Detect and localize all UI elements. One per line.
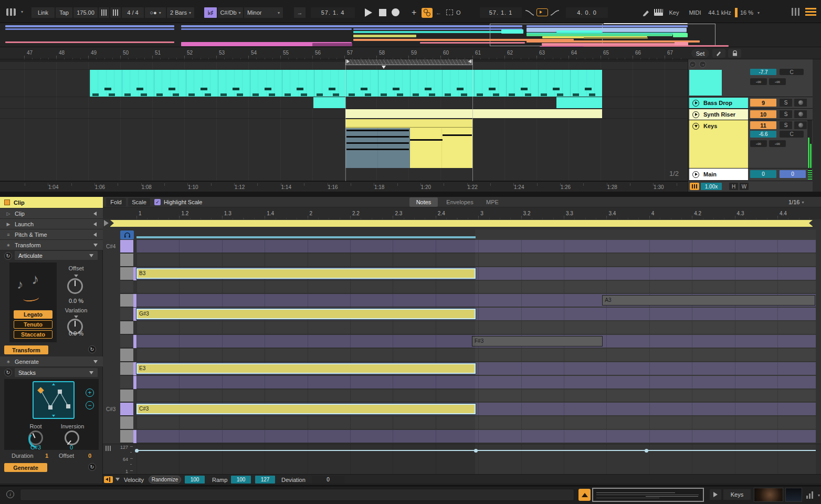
generate-apply-button[interactable]: Generate [4, 463, 47, 472]
overview-clip-segment[interactable] [420, 42, 525, 44]
audio-clip-cyan-small[interactable] [313, 97, 345, 108]
randomize-amount-field[interactable]: 100 [185, 476, 205, 484]
add-voice-button[interactable]: + [86, 388, 94, 397]
overview-clip-segment[interactable] [527, 25, 688, 27]
main-cue-volume[interactable]: 0 [750, 170, 776, 178]
device-thumbnail[interactable] [754, 488, 783, 502]
groove-button[interactable]: ○●▾ [145, 7, 166, 18]
velocity-lane[interactable]: 127641 [103, 444, 821, 474]
collapse-icon[interactable] [93, 233, 97, 237]
loop-length-field[interactable]: 4. 0. 0 [566, 7, 608, 18]
set-locator-button[interactable]: Set [691, 49, 709, 58]
midi-note-F#3[interactable]: F#3 [472, 336, 603, 346]
velocity-marker[interactable] [474, 449, 478, 453]
variation-value[interactable]: 0.0 % [60, 330, 92, 337]
track-number[interactable]: 10 [750, 110, 776, 118]
chevron-down-icon[interactable]: ▾ [818, 493, 820, 498]
stacks-graphic[interactable] [33, 381, 75, 419]
audio-clip-cyan[interactable] [90, 70, 602, 97]
solo-button[interactable]: S [780, 121, 792, 129]
track-pan-field[interactable]: C [780, 131, 804, 138]
track-header-bass-drop[interactable]: Bass Drop [689, 98, 748, 108]
loop-start-field[interactable]: 57. 1. 1 [480, 7, 522, 18]
track-send-a[interactable]: -∞ [750, 78, 767, 85]
piano-key-F3[interactable] [120, 349, 133, 362]
duration-value[interactable]: 1 [45, 453, 48, 459]
gen-offset-value[interactable]: 0 [88, 453, 91, 459]
draw-mode-button[interactable] [641, 8, 651, 17]
stop-button[interactable] [379, 9, 386, 16]
inversion-knob[interactable] [65, 430, 79, 445]
midi-note-selected-B3[interactable]: B3 [136, 268, 476, 279]
time-ruler[interactable]: 1:041:061:081:101:121:141:161:181:201:22… [0, 181, 688, 192]
section-transform[interactable]: ∗Transform [0, 240, 103, 250]
piano-key-B3[interactable] [120, 267, 133, 280]
scale-mode-menu[interactable]: Minor▾ [244, 7, 283, 18]
track-color-swatch[interactable] [689, 70, 722, 96]
piano-key-C#3[interactable] [120, 403, 133, 416]
play-button[interactable] [365, 8, 372, 17]
piano-roll-lane-A#3[interactable] [136, 281, 816, 294]
overview-clip-segment[interactable] [353, 31, 502, 33]
back-to-arrangement-button[interactable]: ← [436, 7, 441, 18]
cpu-load-value[interactable]: 16 %▾ [740, 7, 760, 18]
overview-clip-segment[interactable] [181, 25, 522, 27]
audition-speaker-icon[interactable] [690, 183, 699, 190]
solo-button[interactable]: S [780, 99, 792, 107]
follow-button[interactable]: → [294, 7, 306, 18]
quantize-menu[interactable]: 2 Bars▾ [167, 7, 194, 18]
clip-keys[interactable] [345, 119, 472, 168]
piano-key-A3[interactable] [120, 294, 133, 307]
status-message-strip[interactable] [20, 489, 574, 501]
arrangement-area[interactable] [0, 59, 688, 181]
scrub-strip[interactable] [0, 59, 688, 62]
piano-key-D3[interactable] [120, 390, 133, 403]
computer-midi-keyboard-button[interactable] [654, 9, 663, 16]
piano-roll[interactable]: C#4C#3B3G#3E3C#3F#3A3 [103, 197, 821, 444]
piano-key-C#4[interactable] [120, 240, 133, 253]
piano-key-D#3[interactable] [120, 376, 133, 389]
piano-key-A#3[interactable] [120, 281, 133, 294]
arrangement-loop-brace[interactable] [345, 59, 472, 65]
midi-indicator[interactable]: MIDI [686, 7, 704, 18]
device-title[interactable]: Keys [723, 489, 751, 500]
overview-clip-segment[interactable] [181, 28, 352, 30]
piano-roll-lane-G3[interactable] [136, 321, 816, 334]
overview-clip-segment[interactable] [312, 43, 352, 46]
expand-icon[interactable] [93, 360, 98, 363]
staccato-button[interactable]: Staccato [14, 330, 52, 339]
ramp-to-field[interactable]: 127 [255, 476, 275, 484]
piano-roll-lane-B2[interactable] [136, 430, 816, 443]
collapse-icon[interactable] [93, 222, 97, 226]
piano-key-C3[interactable] [120, 416, 133, 429]
piano-roll-lane-F3[interactable] [136, 349, 816, 362]
overview-clip-segment[interactable] [353, 35, 416, 37]
nudge-down-button[interactable] [99, 7, 109, 18]
piano-roll-lane-D#3[interactable] [136, 376, 816, 389]
lane-selector-icon[interactable] [106, 446, 112, 451]
offset-value[interactable]: 0.0 % [60, 298, 92, 304]
scale-toggle[interactable]: ♭♯ [204, 7, 217, 18]
section-generate[interactable]: ∗Generate [0, 356, 103, 367]
punch-in-icon[interactable] [525, 9, 534, 16]
piano-key-B2[interactable] [120, 430, 133, 443]
device-thumbnail[interactable] [785, 488, 802, 502]
section-clip[interactable]: ▷Clip [0, 208, 103, 219]
time-signature-field[interactable]: 4 / 4 [122, 7, 144, 18]
deviation-field[interactable]: 0 [312, 476, 344, 484]
nav-prev-button[interactable]: ← [689, 61, 696, 68]
piano-key-G#3[interactable] [120, 308, 133, 321]
window-layout-icon[interactable] [6, 8, 16, 16]
ramp-from-field[interactable]: 100 [231, 476, 251, 484]
transform-reset-icon[interactable]: ↻ [4, 252, 12, 260]
main-output-volume[interactable]: 0 [780, 170, 806, 178]
clip-tab[interactable]: Clip [0, 197, 103, 208]
overview-clip-segment[interactable] [584, 37, 648, 39]
nudge-up-button[interactable] [110, 7, 121, 18]
collapse-icon[interactable] [93, 212, 97, 216]
menu-icon[interactable] [805, 8, 816, 16]
chevron-down-icon[interactable] [115, 478, 120, 481]
track-header-synth-riser[interactable]: Synth Riser [689, 109, 748, 120]
track-header-main[interactable]: Main [689, 169, 748, 180]
scale-root-menu[interactable]: C#/Db▾ [218, 7, 243, 18]
